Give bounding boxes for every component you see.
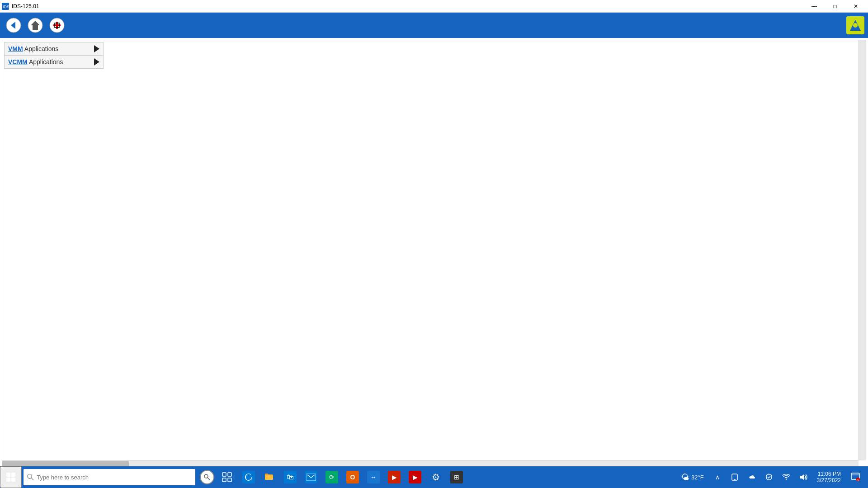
taskbar-settings-icon[interactable]: ⚙ [426,466,446,488]
right-toolbar-icon [849,19,862,32]
svg-rect-19 [228,478,231,482]
minimize-button[interactable]: — [804,0,825,13]
red2-glyph: ▶ [413,474,418,481]
weather-widget[interactable]: 🌤 32°F [678,473,708,482]
store-glyph: 🛍 [287,473,294,481]
gear-glyph: ⚙ [432,472,440,483]
wifi-icon[interactable] [778,469,794,485]
desktop-glyph: ⊞ [454,474,459,481]
taskbar-mail-icon[interactable] [301,466,321,488]
vmm-prefix: VMM [8,45,23,52]
vcmm-prefix: VCMM [8,58,28,66]
notification-center[interactable]: 3 [846,466,864,488]
taskbar-store-icon[interactable]: 🛍 [280,466,300,488]
cloud-svg-icon [748,474,756,480]
svg-rect-18 [222,478,226,482]
office-icon: O [346,471,359,483]
red-glyph: ▶ [392,474,397,481]
search-icon [27,474,34,481]
vcmm-arrow-icon [94,58,99,66]
settings-icon: ⚙ [429,471,442,483]
search-circle-button[interactable] [197,466,217,488]
vmm-arrow-icon [94,45,99,52]
taskbar-green-app-icon[interactable]: ⟳ [322,466,342,488]
red-app-icon: ▶ [388,471,401,483]
speaker-svg-icon [799,474,807,481]
main-content-area: VMM Applications VCMM Applications [2,40,866,468]
clock-time: 11:06 PM [817,471,841,477]
taskbar-desktop-icon[interactable]: ⊞ [447,466,467,488]
svg-rect-20 [307,474,316,481]
start-button[interactable] [0,466,22,488]
search-circle-icon [200,470,214,484]
close-button[interactable]: ✕ [845,0,866,13]
notification-icon: 3 [851,473,860,482]
system-tray-icons: ∧ [709,469,811,485]
blue-glyph: ↔ [370,474,377,481]
blue-app-icon: ↔ [367,471,380,483]
window-title: IDS-125.01 [12,3,39,9]
taskbar-blue-app-icon[interactable]: ↔ [363,466,383,488]
taskbar-red-app-icon[interactable]: ▶ [384,466,404,488]
desktop-icon: ⊞ [450,471,463,483]
tablet-svg-icon [731,474,738,481]
vcmm-suffix: Applications [28,58,63,66]
back-button[interactable] [4,15,24,35]
mail-icon [305,471,317,483]
store-icon: 🛍 [284,471,297,483]
magnifier-icon [204,474,210,480]
green-app-icon: ⟳ [326,471,338,483]
taskbar-app-icons: 🛍 ⟳ O ↔ [239,466,467,488]
vcmm-applications-item[interactable]: VCMM Applications [5,56,103,69]
home-button[interactable] [25,15,45,35]
windows-start-icon [6,473,15,482]
vmm-applications-label: VMM Applications [8,45,58,52]
speaker-icon[interactable] [795,469,811,485]
menu-list: VMM Applications VCMM Applications [4,42,104,69]
taskbar-search-bar[interactable] [24,469,195,485]
svg-point-11 [853,23,858,28]
tools-button[interactable] [47,15,67,35]
shield-svg-icon [765,474,773,481]
cloud-icon[interactable] [744,469,760,485]
taskbar-edge-icon[interactable] [239,466,259,488]
title-bar: IDS IDS-125.01 — □ ✕ [0,0,868,13]
taskbar-office-icon[interactable]: O [343,466,363,488]
tablet-mode-icon[interactable] [726,469,743,485]
svg-point-14 [204,474,208,478]
svg-rect-17 [228,473,231,476]
vmm-suffix: Applications [23,45,59,52]
home-icon [27,17,43,33]
folder-svg-icon [264,472,275,483]
edge-icon [242,471,255,483]
svg-line-13 [31,478,33,480]
svg-marker-23 [800,474,804,480]
wifi-svg-icon [782,474,790,480]
taskbar-clock[interactable]: 11:06 PM 3/27/2022 [813,471,844,483]
tools-icon [49,17,65,33]
toolbar-right-icon [846,16,864,34]
weather-icon: 🌤 [681,473,689,482]
windows-security-icon[interactable] [761,469,777,485]
mail-svg-icon [307,474,316,481]
taskbar: 🛍 ⟳ O ↔ [0,466,868,488]
svg-rect-16 [222,473,226,476]
weather-temp: 32°F [691,474,704,481]
clock-date: 3/27/2022 [817,477,841,483]
red2-app-icon: ▶ [409,471,421,483]
chevron-up-icon[interactable]: ∧ [709,469,726,485]
svg-line-15 [208,478,210,480]
green-glyph: ⟳ [329,474,335,481]
taskbar-red2-app-icon[interactable]: ▶ [405,466,425,488]
folder-icon [263,471,276,483]
task-view-button[interactable] [217,466,237,488]
taskbar-file-explorer-icon[interactable] [259,466,279,488]
search-input[interactable] [37,474,192,481]
vcmm-applications-label: VCMM Applications [8,58,63,66]
maximize-button[interactable]: □ [825,0,845,13]
vertical-scrollbar[interactable] [859,40,866,460]
vmm-applications-item[interactable]: VMM Applications [5,42,103,56]
ids-title-icon: IDS [2,3,9,10]
svg-point-12 [28,474,32,478]
office-glyph: O [350,474,355,481]
